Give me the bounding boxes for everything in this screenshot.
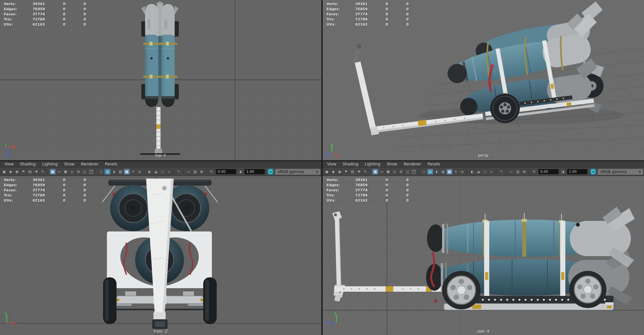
anti-alias-swatch[interactable]: ▪ <box>489 169 494 174</box>
safe-title-icon[interactable]: T <box>88 169 94 174</box>
pan-zoom-icon[interactable]: ✚ <box>33 169 39 174</box>
screen-space-ao-icon[interactable]: ◒ <box>476 169 482 174</box>
grid-icon[interactable]: ▦ <box>372 169 378 174</box>
viewport-front-view[interactable]: Verts: 39361 0 0 Edges: 76859 0 0 Faces:… <box>0 176 321 335</box>
textured-shaded-icon[interactable]: ▦ <box>124 169 130 174</box>
xray-icon[interactable]: ⊠ <box>199 169 205 174</box>
grid-icon[interactable]: ▦ <box>50 169 56 174</box>
exposure-field[interactable] <box>216 169 236 174</box>
viewport-side-view[interactable]: Verts: 39361 0 0 Edges: 76859 0 0 Faces:… <box>323 176 644 335</box>
select-tool-icon[interactable]: ↖ <box>176 169 182 174</box>
gate-mask-icon[interactable]: ▩ <box>69 169 75 174</box>
ambient-occlusion-icon[interactable]: ● <box>137 169 143 174</box>
smooth-shade-icon[interactable]: ◼ <box>105 169 110 174</box>
smooth-shade-icon[interactable]: ◼ <box>427 169 433 174</box>
isolate-add-icon[interactable]: ▥ <box>192 169 198 174</box>
menu-panels[interactable]: Panels <box>424 161 443 167</box>
resolution-gate-icon[interactable]: ▣ <box>385 169 391 174</box>
screen-space-ao-icon[interactable]: ◒ <box>153 169 159 174</box>
anti-alias-swatch[interactable]: ▪ <box>166 169 172 174</box>
flat-shade-icon[interactable]: ◖ <box>111 169 117 174</box>
gamma-field[interactable] <box>244 169 265 174</box>
hud-row: Tris: 72784 0 0 <box>326 17 409 22</box>
hud-row: Verts: 39361 0 0 <box>4 1 86 6</box>
view-transform-dropdown[interactable]: sRGB gamma ▼ <box>598 169 643 175</box>
pan-zoom-icon[interactable]: ✚ <box>356 169 362 174</box>
svg-text:x: x <box>338 324 340 327</box>
field-chart-icon[interactable]: ⊞ <box>398 169 404 174</box>
isolate-select-icon[interactable]: ▱ <box>186 169 192 174</box>
exposure-icon[interactable]: ↻ <box>531 169 537 174</box>
shadows-icon[interactable]: ◐ <box>147 169 152 174</box>
isolate-select-icon[interactable]: ▱ <box>509 169 514 174</box>
contrast-icon[interactable]: ◑ <box>238 169 243 174</box>
use-all-lights-icon[interactable]: ☀ <box>130 169 136 174</box>
safe-action-icon[interactable]: ◱ <box>405 169 410 174</box>
textured-shaded-icon[interactable]: ▦ <box>447 169 452 174</box>
viewport-top-view[interactable]: Verts: 39361 0 0 Edges: 76859 0 0 Faces:… <box>0 0 321 160</box>
menu-lighting[interactable]: Lighting <box>361 161 384 167</box>
select-tool-icon[interactable]: ↖ <box>499 169 504 174</box>
xray-icon[interactable]: ⊠ <box>521 169 527 174</box>
grease-pencil-icon[interactable]: ✎ <box>40 169 46 174</box>
motion-blur-icon[interactable]: ○ <box>160 169 165 174</box>
film-gate-icon[interactable]: ▭ <box>379 169 385 174</box>
menu-view[interactable]: View <box>324 161 339 167</box>
menu-renderer[interactable]: Renderer <box>78 161 102 167</box>
color-management-toggle[interactable]: ON <box>268 169 274 175</box>
color-management-toggle[interactable]: ON <box>590 169 596 175</box>
safe-action-icon[interactable]: ◱ <box>82 169 88 174</box>
bookmark-icon[interactable]: ⚑ <box>21 169 26 174</box>
menu-renderer[interactable]: Renderer <box>400 161 424 167</box>
film-gate-icon[interactable]: ▭ <box>56 169 62 174</box>
isolate-add-icon[interactable]: ▥ <box>515 169 521 174</box>
svg-text:y: y <box>5 312 7 315</box>
svg-text:z: z <box>326 320 327 323</box>
viewport-panel-front: ViewShadingLightingShowRendererPanels ◼◆… <box>0 161 321 335</box>
camera-attributes-icon[interactable]: ◉ <box>14 169 20 174</box>
hud-stat-selected: 0 <box>368 12 388 16</box>
exposure-field[interactable] <box>538 169 559 174</box>
grease-pencil-icon[interactable]: ✎ <box>362 169 368 174</box>
lock-camera-icon[interactable]: ◆ <box>330 169 336 174</box>
wireframe-icon[interactable]: ◻ <box>98 169 104 174</box>
viewport-persp-view[interactable]: Verts: 39361 0 0 Edges: 76859 0 0 Faces:… <box>323 0 644 160</box>
bookmark-icon[interactable]: ⚑ <box>343 169 349 174</box>
lock-camera-icon[interactable]: ◆ <box>8 169 13 174</box>
gate-mask-icon[interactable]: ▩ <box>392 169 397 174</box>
viewport-panel-persp: Verts: 39361 0 0 Edges: 76859 0 0 Faces:… <box>323 0 644 160</box>
exposure-icon[interactable]: ↻ <box>209 169 214 174</box>
menu-show[interactable]: Show <box>384 161 400 167</box>
image-plane-icon[interactable]: ▤ <box>27 169 33 174</box>
flat-shade-icon[interactable]: ◖ <box>434 169 439 174</box>
menu-shading[interactable]: Shading <box>17 161 39 167</box>
camera-attributes-icon[interactable]: ◉ <box>337 169 343 174</box>
field-chart-icon[interactable]: ⊞ <box>75 169 81 174</box>
hud-stat-total: 62163 <box>30 22 45 27</box>
motion-blur-icon[interactable]: ○ <box>482 169 488 174</box>
gamma-field[interactable] <box>567 169 587 174</box>
resolution-gate-icon[interactable]: ▣ <box>63 169 68 174</box>
textured-icon[interactable]: ▧ <box>117 169 123 174</box>
image-plane-icon[interactable]: ▤ <box>350 169 355 174</box>
hud-stat-total: 72784 <box>353 17 368 21</box>
shadows-icon[interactable]: ◐ <box>469 169 475 174</box>
camera-icon[interactable]: ◼ <box>324 169 330 174</box>
use-all-lights-icon[interactable]: ☀ <box>453 169 459 174</box>
ambient-occlusion-icon[interactable]: ● <box>459 169 465 174</box>
wireframe-icon[interactable]: ◻ <box>421 169 427 174</box>
safe-title-icon[interactable]: T <box>411 169 417 174</box>
hud-stat-selected: 0 <box>368 198 388 203</box>
view-transform-dropdown[interactable]: sRGB gamma ▼ <box>275 169 320 175</box>
hud-stat-label: UVs: <box>326 22 353 27</box>
menu-lighting[interactable]: Lighting <box>39 161 61 167</box>
contrast-icon[interactable]: ◑ <box>560 169 566 174</box>
camera-icon[interactable]: ◼ <box>1 169 7 174</box>
menu-view[interactable]: View <box>1 161 17 167</box>
hud-row: UVs: 62163 0 0 <box>326 198 409 203</box>
menu-shading[interactable]: Shading <box>339 161 361 167</box>
menu-panels[interactable]: Panels <box>102 161 121 167</box>
textured-icon[interactable]: ▧ <box>440 169 446 174</box>
hud-stat-total: 72784 <box>30 193 45 197</box>
menu-show[interactable]: Show <box>61 161 78 167</box>
